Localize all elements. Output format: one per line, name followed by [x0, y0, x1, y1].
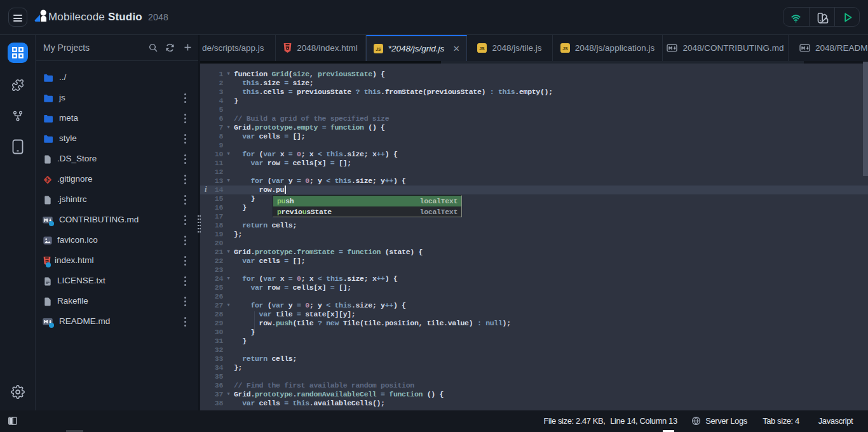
svg-text:JS: JS — [562, 46, 568, 51]
svg-text:JS: JS — [480, 46, 485, 51]
svg-text:JS: JS — [376, 47, 381, 51]
